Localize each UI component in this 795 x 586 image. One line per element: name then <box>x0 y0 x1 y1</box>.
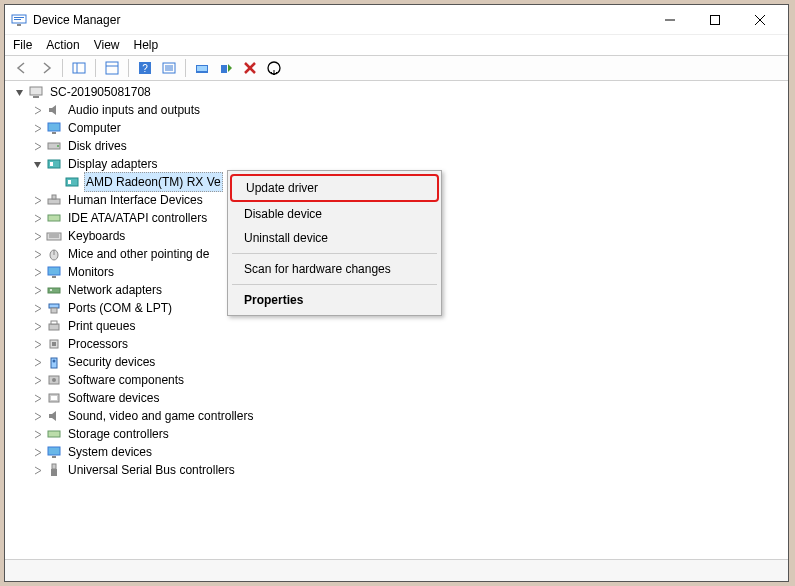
chevron-right-icon[interactable] <box>31 230 43 242</box>
chevron-right-icon[interactable] <box>31 464 43 476</box>
svg-rect-57 <box>51 396 57 400</box>
maximize-button[interactable] <box>692 6 737 34</box>
details-button[interactable] <box>158 57 180 79</box>
svg-rect-20 <box>221 65 227 73</box>
show-hide-tree-button[interactable] <box>68 57 90 79</box>
menu-help[interactable]: Help <box>134 38 159 52</box>
tree-node-disk[interactable]: Disk drives <box>31 137 788 155</box>
menu-action[interactable]: Action <box>46 38 79 52</box>
forward-button[interactable] <box>35 57 57 79</box>
chevron-down-icon[interactable] <box>13 86 25 98</box>
svg-rect-2 <box>14 19 21 20</box>
svg-rect-35 <box>52 195 56 199</box>
node-label: Computer <box>66 119 123 137</box>
close-button[interactable] <box>737 6 782 34</box>
node-label: Human Interface Devices <box>66 191 205 209</box>
help-button[interactable]: ? <box>134 57 156 79</box>
tree-root[interactable]: SC-201905081708 <box>13 83 788 101</box>
chevron-right-icon[interactable] <box>31 428 43 440</box>
separator <box>95 59 96 77</box>
tree-node-computer[interactable]: Computer <box>31 119 788 137</box>
chevron-right-icon[interactable] <box>31 392 43 404</box>
context-menu: Update driver Disable device Uninstall d… <box>227 170 442 316</box>
tree-node-software-devices[interactable]: Software devices <box>31 389 788 407</box>
node-label: Network adapters <box>66 281 164 299</box>
chevron-right-icon[interactable] <box>31 410 43 422</box>
svg-rect-51 <box>52 342 56 346</box>
node-label: Ports (COM & LPT) <box>66 299 174 317</box>
back-button[interactable] <box>11 57 33 79</box>
ctx-label: Uninstall device <box>244 231 328 245</box>
chevron-right-icon[interactable] <box>31 374 43 386</box>
tree-pane[interactable]: SC-201905081708 Audio inputs and outputs… <box>5 81 788 559</box>
properties-button[interactable] <box>101 57 123 79</box>
menu-view[interactable]: View <box>94 38 120 52</box>
security-icon <box>46 354 62 370</box>
chevron-right-icon[interactable] <box>31 302 43 314</box>
system-icon <box>46 444 62 460</box>
svg-rect-43 <box>52 276 56 278</box>
svg-rect-46 <box>49 304 59 308</box>
node-label: Keyboards <box>66 227 127 245</box>
ctx-properties[interactable]: Properties <box>230 288 439 312</box>
chevron-right-icon[interactable] <box>31 122 43 134</box>
minimize-button[interactable] <box>647 6 692 34</box>
chevron-right-icon[interactable] <box>31 356 43 368</box>
scan-hardware-button[interactable] <box>191 57 213 79</box>
statusbar <box>5 559 788 581</box>
svg-point-55 <box>52 378 56 382</box>
ctx-update-driver[interactable]: Update driver <box>230 174 439 202</box>
svg-point-29 <box>57 145 59 147</box>
ctx-scan-hardware[interactable]: Scan for hardware changes <box>230 257 439 281</box>
svg-rect-31 <box>50 162 53 166</box>
chevron-right-icon[interactable] <box>31 104 43 116</box>
printer-icon <box>46 318 62 334</box>
svg-point-45 <box>50 289 52 291</box>
chevron-right-icon[interactable] <box>31 338 43 350</box>
separator <box>185 59 186 77</box>
chevron-right-icon[interactable] <box>31 284 43 296</box>
tree-node-processors[interactable]: Processors <box>31 335 788 353</box>
chevron-down-icon[interactable] <box>31 158 43 170</box>
tree-node-storage[interactable]: Storage controllers <box>31 425 788 443</box>
svg-rect-8 <box>73 63 85 73</box>
toolbar: ? <box>5 55 788 81</box>
chevron-right-icon[interactable] <box>31 212 43 224</box>
display-adapter-icon <box>64 174 80 190</box>
mouse-icon <box>46 246 62 262</box>
svg-rect-48 <box>49 324 59 330</box>
svg-rect-49 <box>51 321 57 324</box>
separator <box>232 253 437 254</box>
disable-button[interactable] <box>263 57 285 79</box>
tree-node-printq[interactable]: Print queues <box>31 317 788 335</box>
chevron-right-icon[interactable] <box>31 266 43 278</box>
chevron-right-icon[interactable] <box>31 248 43 260</box>
ctx-disable-device[interactable]: Disable device <box>230 202 439 226</box>
svg-rect-5 <box>710 15 719 24</box>
tree-node-security[interactable]: Security devices <box>31 353 788 371</box>
node-label: Audio inputs and outputs <box>66 101 202 119</box>
ctx-label: Properties <box>244 293 303 307</box>
svg-rect-19 <box>197 66 207 71</box>
computer-icon <box>28 84 44 100</box>
speaker-icon <box>46 408 62 424</box>
chevron-right-icon[interactable] <box>31 140 43 152</box>
chevron-right-icon[interactable] <box>31 320 43 332</box>
uninstall-button[interactable] <box>239 57 261 79</box>
tree-node-audio[interactable]: Audio inputs and outputs <box>31 101 788 119</box>
tree-node-sound[interactable]: Sound, video and game controllers <box>31 407 788 425</box>
tree-node-system-devices[interactable]: System devices <box>31 443 788 461</box>
menu-file[interactable]: File <box>13 38 32 52</box>
tree-node-usb[interactable]: Universal Serial Bus controllers <box>31 461 788 479</box>
update-driver-button[interactable] <box>215 57 237 79</box>
node-label: Security devices <box>66 353 157 371</box>
svg-rect-47 <box>51 308 57 313</box>
tree-node-software-components[interactable]: Software components <box>31 371 788 389</box>
node-label: Disk drives <box>66 137 129 155</box>
chevron-right-icon[interactable] <box>31 446 43 458</box>
display-adapter-icon <box>46 156 62 172</box>
storage-icon <box>46 426 62 442</box>
chevron-right-icon[interactable] <box>31 194 43 206</box>
component-icon <box>46 372 62 388</box>
ctx-uninstall-device[interactable]: Uninstall device <box>230 226 439 250</box>
